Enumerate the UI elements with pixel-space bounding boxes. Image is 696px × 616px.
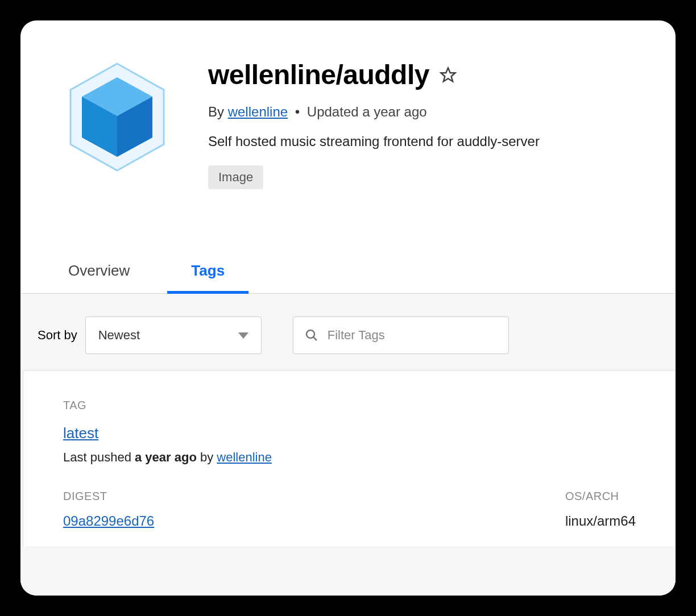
pushed-by: by (197, 450, 217, 464)
repo-image (55, 55, 180, 180)
header-section: wellenline/auddly By wellenline • Update… (20, 20, 676, 189)
tag-card: TAG latest Last pushed a year ago by wel… (23, 370, 676, 546)
sort-label: Sort by (38, 328, 77, 343)
filter-input-wrap[interactable] (293, 317, 509, 354)
repo-description: Self hosted music streaming frontend for… (208, 134, 641, 149)
tags-content: Sort by Newest TAG lat (20, 294, 676, 596)
title-row: wellenline/auddly (208, 59, 641, 90)
updated-text: Updated a year ago (307, 104, 427, 119)
sort-value: Newest (98, 328, 140, 343)
tag-link[interactable]: latest (63, 424, 98, 442)
svg-line-7 (313, 337, 317, 340)
digest-label: DIGEST (63, 490, 154, 503)
page-card: wellenline/auddly By wellenline • Update… (20, 20, 676, 596)
svg-point-6 (306, 330, 314, 338)
digest-link[interactable]: 09a8299e6d76 (63, 513, 154, 529)
author-link[interactable]: wellenline (228, 104, 288, 119)
tab-overview[interactable]: Overview (55, 252, 143, 293)
sort-wrap: Sort by Newest (38, 317, 262, 354)
digest-row: DIGEST 09a8299e6d76 OS/ARCH linux/arm64 (63, 490, 636, 529)
tabs: Overview Tags (20, 252, 676, 294)
star-icon[interactable] (440, 66, 457, 84)
repo-title: wellenline/auddly (208, 59, 429, 90)
osarch-label: OS/ARCH (565, 490, 619, 503)
pushed-line: Last pushed a year ago by wellenline (63, 450, 636, 465)
cube-icon (66, 60, 168, 174)
pushed-author-link[interactable]: wellenline (217, 450, 272, 464)
type-badge: Image (208, 165, 263, 189)
svg-marker-4 (441, 68, 455, 81)
osarch-value: linux/arm64 (565, 513, 636, 529)
info-column: wellenline/auddly By wellenline • Update… (208, 55, 641, 189)
tag-column-label: TAG (63, 399, 636, 412)
pushed-prefix: Last pushed (63, 450, 135, 464)
osarch-column: OS/ARCH linux/arm64 (565, 490, 636, 529)
digest-column: DIGEST 09a8299e6d76 (63, 490, 154, 529)
byline: By wellenline • Updated a year ago (208, 104, 641, 120)
sort-select[interactable]: Newest (85, 317, 262, 354)
tag-name: latest (63, 424, 636, 442)
chevron-down-icon (238, 328, 248, 343)
tab-tags[interactable]: Tags (177, 252, 238, 293)
separator: • (295, 104, 300, 119)
pushed-time: a year ago (135, 450, 197, 464)
search-icon (305, 328, 318, 342)
svg-marker-5 (238, 332, 248, 339)
controls-row: Sort by Newest (20, 317, 676, 354)
filter-input[interactable] (328, 328, 497, 343)
by-prefix: By (208, 104, 228, 119)
